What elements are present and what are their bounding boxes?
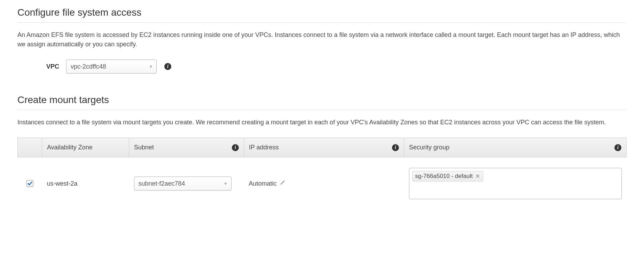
th-availability-zone: Availability Zone — [42, 138, 129, 157]
ip-value: Automatic — [249, 180, 277, 187]
vpc-selected-value: vpc-2cdffc48 — [71, 63, 106, 70]
vpc-label: VPC — [42, 63, 59, 70]
mount-targets-table: Availability Zone Subnet i IP address i … — [17, 138, 627, 206]
vpc-select[interactable]: vpc-2cdffc48 ▼ — [66, 60, 157, 73]
subnet-selected-value: subnet-f2aec784 — [139, 180, 185, 187]
security-group-box[interactable]: sg-766a5010 - default ✕ — [409, 168, 622, 199]
vpc-field-row: VPC vpc-2cdffc48 ▼ i — [17, 60, 627, 73]
section-divider — [17, 110, 627, 110]
info-icon[interactable]: i — [232, 144, 239, 151]
caret-down-icon: ▼ — [149, 64, 153, 69]
th-checkbox — [18, 138, 42, 157]
table-row: us-west-2a subnet-f2aec784 ▼ Automatic — [18, 157, 627, 207]
row-checkbox[interactable] — [26, 180, 33, 187]
th-ip-label: IP address — [249, 144, 279, 151]
info-icon[interactable]: i — [614, 144, 621, 151]
info-icon[interactable]: i — [164, 63, 171, 70]
close-icon[interactable]: ✕ — [476, 173, 480, 179]
sg-tag-label: sg-766a5010 - default — [415, 173, 473, 180]
pencil-icon[interactable] — [280, 180, 285, 187]
th-subnet: Subnet i — [129, 138, 244, 157]
section-divider — [17, 22, 627, 23]
configure-description: An Amazon EFS file system is accessed by… — [17, 30, 627, 49]
security-group-tag: sg-766a5010 - default ✕ — [412, 171, 483, 181]
caret-down-icon: ▼ — [224, 181, 228, 186]
check-icon — [28, 181, 32, 186]
th-ip-address: IP address i — [244, 138, 404, 157]
th-subnet-label: Subnet — [134, 144, 154, 151]
th-security-group: Security group i — [404, 138, 627, 157]
th-sg-label: Security group — [409, 144, 449, 151]
mount-targets-description: Instances connect to a file system via m… — [17, 118, 627, 127]
info-icon[interactable]: i — [392, 144, 399, 151]
subnet-select[interactable]: subnet-f2aec784 ▼ — [134, 177, 231, 190]
cell-az: us-west-2a — [42, 157, 129, 207]
configure-heading: Configure file system access — [17, 7, 627, 18]
th-az-label: Availability Zone — [47, 144, 93, 151]
mount-targets-heading: Create mount targets — [17, 94, 627, 106]
